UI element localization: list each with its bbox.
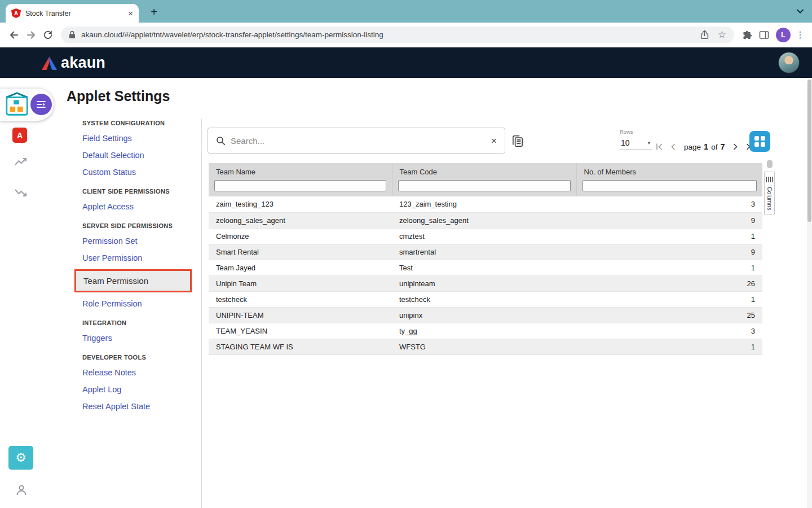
bookmark-star-icon[interactable]: ☆ [718,30,726,40]
nav-item-default-selection[interactable]: Default Selection [82,151,202,160]
copy-pages-icon[interactable] [510,134,525,148]
nav-section-client-side-permissions: CLIENT SIDE PERMISSIONS Applet Access [82,188,202,211]
refresh-button[interactable] [39,27,56,43]
filter-members-input[interactable] [582,180,757,191]
current-page-number: 1 [704,142,708,151]
columns-panel-tab[interactable]: Columns [764,172,775,214]
team-permission-table: Team Name Team Code No. of Members zaim_… [209,163,762,355]
pdf-icon[interactable]: A [12,128,27,143]
nav-item-permission-set[interactable]: Permission Set [82,237,202,246]
listing-toolbar: × Rows 10 ▼ [208,128,771,154]
search-box[interactable]: × [208,128,505,154]
nav-section-header: SERVER SIDE PERMISSIONS [82,222,202,229]
table-row[interactable]: TEAM_YEASINty_gg3 [209,323,762,339]
app-rail: A ⚙ [0,78,42,508]
column-bars-icon [766,176,773,183]
applet-settings-nav: SYSTEM CONFIGURATION Field Settings Defa… [82,120,202,422]
nav-section-system-configuration: SYSTEM CONFIGURATION Field Settings Defa… [82,120,202,177]
nav-item-team-permission-selected[interactable]: Team Permission [74,269,192,292]
table-filter-row [209,180,762,196]
rows-value: 10 [621,138,630,147]
tab-list-chevron-icon[interactable] [796,8,804,14]
pagination: page 1 of 7 [653,141,756,153]
next-page-button[interactable] [729,141,742,153]
new-tab-button[interactable]: + [147,5,161,19]
rows-per-page-select[interactable]: Rows 10 ▼ [620,129,652,150]
filter-team-name-input[interactable] [214,180,386,191]
nav-item-applet-log[interactable]: Applet Log [82,385,202,394]
browser-tab-strip: A Stock Transfer × + [0,0,812,23]
filter-team-code-input[interactable] [398,180,571,191]
akaun-logo-text: akaun [61,54,105,72]
page-scrollbar[interactable] [807,78,812,508]
nav-item-role-permission[interactable]: Role Permission [82,299,202,308]
vertical-divider [201,119,202,508]
table-row[interactable]: STAGING TEAM WF ISWFSTG1 [209,339,762,354]
table-row[interactable]: UNIPIN-TEAMunipinx25 [209,307,762,323]
nav-item-triggers[interactable]: Triggers [82,334,202,343]
forward-button[interactable] [23,27,39,43]
tab-close-icon[interactable]: × [128,9,133,17]
extensions-puzzle-icon[interactable] [739,27,756,43]
back-button[interactable] [6,27,23,43]
clear-search-icon[interactable]: × [491,136,497,146]
team-permission-panel: × Rows 10 ▼ [208,128,771,154]
user-avatar[interactable] [778,52,800,73]
prev-page-button[interactable] [667,141,679,153]
column-header-members[interactable]: No. of Members [576,163,762,180]
page-title: Applet Settings [67,88,170,104]
nav-item-field-settings[interactable]: Field Settings [82,134,202,143]
column-header-team-name[interactable]: Team Name [209,163,392,180]
app-header: akaun [0,47,812,78]
rows-label: Rows [620,129,652,135]
table-row[interactable]: Celmonzecmztest1 [209,228,762,244]
search-input[interactable] [231,136,486,146]
layout-grid-button[interactable] [749,131,770,152]
nav-item-release-notes[interactable]: Release Notes [82,368,202,377]
url-text: akaun.cloud/#/applet/tnt/wavelet/erp/sto… [81,30,694,39]
page-scrollbar-thumb[interactable] [807,80,811,222]
table-row[interactable]: Team JayedTest1 [209,260,762,275]
table-scrollbar-thumb[interactable] [767,160,773,168]
sidebar-toggle-button[interactable] [30,94,52,115]
akaun-logo[interactable]: akaun [42,54,105,72]
nav-section-integration: INTEGRATION Triggers [82,319,202,343]
side-panel-icon[interactable] [756,27,773,43]
nav-section-server-side-permissions: SERVER SIDE PERMISSIONS Permission Set U… [82,222,202,308]
browser-toolbar: akaun.cloud/#/applet/tnt/wavelet/erp/sto… [0,23,812,47]
lock-icon [69,30,76,39]
tab-title: Stock Transfer [25,10,123,17]
table-row[interactable]: testchecktestcheck1 [209,291,762,307]
nav-section-header: SYSTEM CONFIGURATION [82,120,202,126]
nav-section-developer-tools: DEVELOPER TOOLS Release Notes Applet Log… [82,354,202,411]
table-row[interactable]: zaim_testing_123123_zaim_testing3 [209,196,762,212]
trend-down-icon[interactable] [14,187,28,198]
browser-menu-kebab-icon[interactable]: ⋮ [794,29,806,40]
total-pages-number: 7 [720,142,725,151]
app-body: A ⚙ Applet Settings SYSTEM CONFIGURATION… [0,78,812,508]
chevron-down-icon: ▼ [647,141,651,146]
table-row[interactable]: zeloong_sales_agentzeloong_sales_agent9 [209,212,762,228]
table-row[interactable]: Smart Rentalsmartrental9 [209,244,762,260]
share-icon[interactable] [699,29,710,40]
page-word: page [684,143,701,151]
trend-up-icon[interactable] [14,157,28,167]
nav-item-user-permission[interactable]: User Permission [82,253,202,262]
settings-gear-button[interactable]: ⚙ [8,446,33,470]
columns-side-rail: Columns [764,160,775,214]
address-bar[interactable]: akaun.cloud/#/applet/tnt/wavelet/erp/sto… [61,27,734,43]
omnibox-actions: ☆ [699,29,726,40]
column-header-team-code[interactable]: Team Code [392,163,576,180]
stock-transfer-applet-icon[interactable] [4,91,30,117]
table-row[interactable]: Unipin Teamunipinteam26 [209,275,762,291]
nav-item-reset-applet-state[interactable]: Reset Applet State [82,402,202,411]
profile-person-icon[interactable] [15,483,28,497]
akaun-logo-mark-icon [42,56,57,70]
browser-tab[interactable]: A Stock Transfer × [6,4,139,23]
of-word: of [711,143,717,151]
nav-item-applet-access[interactable]: Applet Access [82,202,202,211]
page-indicator: page 1 of 7 [684,142,725,151]
browser-profile-avatar[interactable]: L [776,28,791,42]
first-page-button[interactable] [653,141,665,153]
nav-item-custom-status[interactable]: Custom Status [82,168,202,177]
